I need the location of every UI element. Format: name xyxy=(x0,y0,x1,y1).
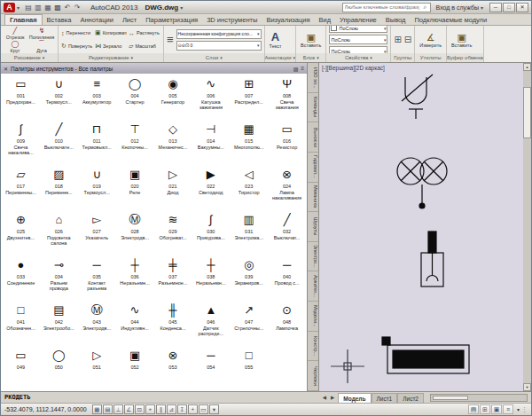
osnap-toggle[interactable]: ⊡ xyxy=(135,404,145,414)
otrack-toggle[interactable]: ⌖ xyxy=(145,404,155,414)
palette-tool[interactable]: ◎039Экраниров... xyxy=(230,256,268,302)
doc-dropdown-icon[interactable]: ▾ xyxy=(180,4,183,11)
selection-cycling-toggle[interactable]: ▭ xyxy=(199,404,208,414)
palette-tool[interactable]: ∫009Свеча накалива... xyxy=(2,121,40,166)
measure-button[interactable]: ∡ Измерить xyxy=(418,32,443,48)
modify-tool-button[interactable]: ▱Масштаб xyxy=(129,40,160,52)
redo-icon[interactable]: ↷ xyxy=(73,3,82,12)
draw-tool-button[interactable]: ╱Отрезок xyxy=(4,27,27,40)
maximize-button[interactable]: □ xyxy=(503,3,515,12)
palette-category-tab[interactable]: Чертежи xyxy=(308,361,318,391)
snap-toggle[interactable]: ▦ xyxy=(92,404,102,414)
insert-block-button[interactable]: ▣ Вставить xyxy=(299,32,323,48)
model-space-icon[interactable]: ▤ xyxy=(468,404,479,414)
open-icon[interactable]: ▥ xyxy=(34,3,43,12)
plot-icon[interactable]: ▩ xyxy=(53,3,62,12)
palette-tool[interactable]: ⊣014Вакуумны... xyxy=(192,121,230,166)
palette-tool[interactable]: ∿006Катушка зажигания xyxy=(192,75,230,121)
ribbon-tab[interactable]: Управление xyxy=(335,15,381,25)
scroll-up-icon[interactable]: ▲ xyxy=(523,63,531,71)
layout-tab[interactable]: Лист1 xyxy=(372,393,398,403)
combo-arrow-icon[interactable]: ▾ xyxy=(384,26,387,31)
quick-properties-toggle[interactable]: + xyxy=(188,404,198,414)
palette-category-tab[interactable]: Констр... xyxy=(308,332,318,362)
color-combo[interactable]: ПоСлою▾ xyxy=(329,26,387,33)
palette-tool[interactable]: ⊓011Термовыкл... xyxy=(78,121,116,166)
draw-tool-button[interactable]: ◯Круг xyxy=(4,40,27,53)
palette-tool[interactable]: ▥031Электрома... xyxy=(230,211,268,256)
palette-tool[interactable]: ∪002Термоусл... xyxy=(40,75,78,121)
palette-tool[interactable]: ⊙048Лампочка xyxy=(268,302,306,347)
panel-expand-icon[interactable]: ▾ xyxy=(220,55,223,60)
horizontal-scrollbar[interactable] xyxy=(430,394,528,402)
palette-tool[interactable]: ◇013Механичес... xyxy=(154,121,192,166)
close-button[interactable]: ✕ xyxy=(516,3,528,12)
ribbon-tab[interactable]: Визуализация xyxy=(262,15,314,25)
group-icon[interactable]: ⊟ xyxy=(404,35,411,44)
palette-tool[interactable]: ⊸034Разъем провода xyxy=(40,256,78,302)
layout-tab[interactable]: Лист2 xyxy=(397,393,424,403)
signin-dropdown-icon[interactable]: ▾ xyxy=(481,4,483,11)
palette-category-tab[interactable]: Модели... xyxy=(308,302,318,332)
panel-label-block[interactable]: Блок▾ xyxy=(296,53,325,62)
annotation-monitor-toggle[interactable]: ▾ xyxy=(209,404,219,414)
palette-tool[interactable]: ⊞007Распредел... xyxy=(230,75,268,121)
palette-tool[interactable]: ┼036Неразъемн... xyxy=(116,256,154,302)
palette-tool[interactable]: Ⓜ043Электродв... xyxy=(78,302,116,347)
palette-tool[interactable]: ●033Соединение xyxy=(2,256,40,302)
palette-tool[interactable]: ◯004Стартер xyxy=(116,75,154,121)
palette-tool[interactable]: ⌂026Подсветка салона xyxy=(40,211,78,256)
palette-tool[interactable]: ─054 xyxy=(192,347,230,391)
panel-label-utilities[interactable]: Утилиты xyxy=(415,53,446,62)
group-icon[interactable]: ⊞ xyxy=(394,35,401,44)
palette-tool[interactable]: ▷021Диод xyxy=(154,166,192,211)
quick-view-icon[interactable]: ⊞ xyxy=(480,404,490,414)
dynamic-input-toggle[interactable]: ⊿ xyxy=(167,404,176,414)
palette-tool[interactable]: ▲046Датчик распреде... xyxy=(192,302,230,347)
palette-tool[interactable]: ▷051 xyxy=(78,347,116,391)
polar-toggle[interactable]: ∠ xyxy=(124,404,134,414)
palette-tool[interactable]: ─040Провод с... xyxy=(268,256,306,302)
palette-close-icon[interactable]: ✕ xyxy=(4,66,8,72)
workspace-icon[interactable]: ≡ xyxy=(503,404,513,414)
palette-tool[interactable]: ◯050 xyxy=(40,347,78,391)
palette-tool[interactable]: ⊕025Двухнитев... xyxy=(2,211,40,256)
palette-tool[interactable]: Ψ008Свеча зажигания xyxy=(268,75,306,121)
panel-label-annotation[interactable]: Аннотации▾ xyxy=(265,53,296,62)
lineweight-toggle[interactable]: ∥ xyxy=(156,404,166,414)
palette-tool[interactable]: □041Обозначен... xyxy=(2,302,40,347)
palette-tool[interactable]: ▭016Резистор xyxy=(268,121,306,166)
panel-label-clipboard[interactable]: Буфер обмена xyxy=(447,53,483,62)
signin-link[interactable]: Вход в службы xyxy=(436,4,479,11)
panel-label-modify[interactable]: Редактирование▾ xyxy=(59,53,163,62)
layer-combo[interactable]: ⊙⊘⊡ 0▾ xyxy=(176,41,262,51)
panel-expand-icon[interactable]: ▾ xyxy=(317,55,319,60)
scroll-thumb[interactable] xyxy=(523,87,531,138)
palette-tool[interactable]: ▱017Переменны... xyxy=(2,166,40,211)
palette-category-tab[interactable]: Гидравл... xyxy=(308,153,318,183)
palette-tool[interactable]: ▻027Указатель xyxy=(78,211,116,256)
palette-tool[interactable]: ▤042Электрообо... xyxy=(40,302,78,347)
grid-toggle[interactable]: ▤ xyxy=(103,404,113,414)
panel-expand-icon[interactable]: ▾ xyxy=(43,55,45,60)
panel-label-groups[interactable]: Группы xyxy=(391,53,414,62)
palette-tool[interactable]: □055 xyxy=(230,347,268,391)
linetype-combo[interactable]: ПоСлою▾ xyxy=(329,35,387,44)
text-button[interactable]: A Текст xyxy=(268,31,284,49)
palette-tool[interactable]: ∿044Индуктивн... xyxy=(116,302,154,347)
palette-tool[interactable]: Ⓜ028Электродв... xyxy=(116,211,154,256)
ribbon-tab[interactable]: 3D инструменты xyxy=(202,15,262,25)
status-menu-icon[interactable]: ▾ xyxy=(517,406,520,412)
layer-state-combo[interactable]: Несохраненная конфигурация сло...▾ xyxy=(176,29,262,39)
palette-category-tab[interactable]: Механика xyxy=(308,183,318,213)
palette-autohide-icon[interactable]: ▨ xyxy=(293,66,299,72)
search-icon[interactable]: ⌕ xyxy=(421,4,430,11)
ortho-toggle[interactable]: ⊥ xyxy=(113,404,123,414)
palette-tool[interactable]: ▣020Реле xyxy=(116,166,154,211)
palette-tool[interactable]: ╪037Разъемное... xyxy=(154,256,192,302)
combo-arrow-icon[interactable]: ▾ xyxy=(257,43,260,48)
layer-properties-icon[interactable]: ≡ xyxy=(167,34,174,46)
hscroll-thumb[interactable] xyxy=(433,396,468,400)
palette-tool[interactable]: ▦015Многополю... xyxy=(230,121,268,166)
modify-tool-button[interactable]: ↕Перенести xyxy=(61,27,93,39)
